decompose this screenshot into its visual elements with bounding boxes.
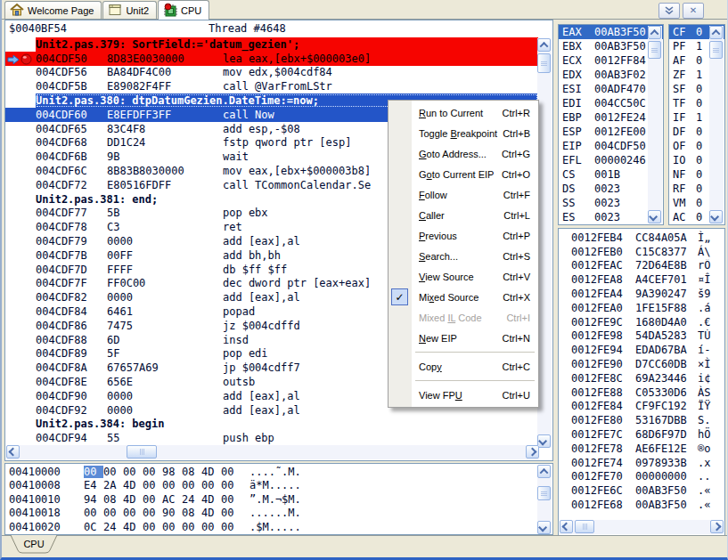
tab-welcome-page[interactable]: Welcome Page (4, 1, 102, 19)
memory-byte[interactable]: 00 (143, 466, 162, 478)
stack-row[interactable]: 0012FE88C05330D6ÀS (559, 386, 724, 400)
menu-item-goto-address[interactable]: Goto Address...Ctrl+G (389, 143, 538, 164)
memory-row[interactable]: 0041001094084D00AC244D00”.M.¬$M. (5, 492, 538, 507)
memory-vertical-scrollbar[interactable] (537, 465, 552, 534)
dock-toggle-button[interactable] (658, 3, 680, 19)
stack-row[interactable]: 0012FE8053167DBBS. (559, 413, 724, 427)
source-line-row[interactable]: Unit2.pas.379: SortField:='datum_gezien'… (5, 37, 538, 52)
memory-byte[interactable]: 00 (84, 466, 103, 478)
stack-row[interactable]: 0012FE90D7CC60DB×Ì (559, 357, 724, 371)
stack-row[interactable]: 0012FE94EDAD67BAí- (559, 343, 724, 357)
memory-byte[interactable]: 00 (221, 466, 241, 478)
memory-byte[interactable]: 00 (143, 521, 162, 533)
tab-unit2[interactable]: Unit2 (102, 1, 157, 19)
scroll-down-button[interactable] (709, 210, 723, 223)
memory-byte[interactable]: 00 (221, 507, 241, 519)
scroll-up-button[interactable] (537, 38, 551, 52)
memory-byte[interactable]: 00 (221, 479, 241, 491)
memory-byte[interactable]: 4D (123, 521, 143, 533)
stack-row[interactable]: 0012FE9854DA5283TÚ (559, 329, 724, 344)
scrollbar-thumb[interactable] (127, 445, 157, 459)
memory-byte[interactable]: 4D (123, 493, 143, 506)
instruction-row[interactable]: 004CDF5BE89082F4FFcall @VarFromLStr (5, 79, 538, 93)
source-line-row[interactable]: Unit2.pas.384: begin (5, 418, 538, 432)
memory-byte[interactable]: 98 (162, 466, 182, 478)
scrollbar-thumb[interactable] (709, 41, 723, 59)
memory-byte[interactable]: 24 (103, 521, 123, 533)
memory-byte[interactable]: 00 (221, 521, 241, 533)
stack-row[interactable]: 0012FEA49A390247š9 (559, 287, 724, 301)
menu-item-caller[interactable]: CallerCtrl+L (389, 205, 538, 225)
memory-byte[interactable]: 4D (201, 493, 221, 506)
scroll-up-button[interactable] (709, 26, 723, 39)
memory-row[interactable]: 004100180000000090084D00......M. (5, 507, 538, 521)
menu-item-previous[interactable]: PreviousCtrl+P (389, 225, 538, 246)
memory-byte[interactable]: 00 (84, 507, 103, 519)
instruction-row[interactable]: 004CDF56BA84DF4C00mov edx,$004cdf84 (5, 66, 538, 80)
menu-item-view-source[interactable]: View SourceCtrl+V (389, 266, 538, 287)
menu-item-mixed-source[interactable]: ✓Mixed SourceCtrl+X (389, 287, 538, 307)
stack-row[interactable]: 0012FEB0C15C8377Á\ (559, 245, 724, 259)
memory-byte[interactable]: 00 (143, 493, 162, 506)
memory-byte[interactable]: 0C (84, 521, 103, 533)
stack-horizontal-scrollbar[interactable] (560, 520, 724, 534)
scroll-left-button[interactable] (6, 445, 20, 459)
memory-byte[interactable]: 2A (103, 479, 123, 491)
disasm-horizontal-scrollbar[interactable] (6, 445, 539, 459)
instruction-row[interactable]: 004CDF9455push ebp (5, 431, 538, 445)
memory-byte[interactable]: 00 (123, 466, 143, 478)
scrollbar-thumb[interactable] (537, 53, 551, 73)
scrollbar-thumb[interactable] (648, 41, 661, 59)
scroll-up-button[interactable] (537, 465, 551, 478)
tab-cpu-bottom[interactable]: CPU (9, 535, 59, 555)
memory-byte[interactable]: 08 (103, 493, 123, 506)
stack-row[interactable]: 0012FE9C1680D4A0.€ (559, 315, 724, 329)
stack-row[interactable]: 0012FEA8A4CEF701¤Î (559, 272, 724, 287)
memory-byte[interactable]: E4 (84, 479, 103, 491)
scroll-right-button[interactable] (526, 445, 539, 459)
flags-vertical-scrollbar[interactable] (709, 26, 724, 223)
memory-byte[interactable]: 4D (123, 479, 143, 491)
memory-byte[interactable]: 00 (143, 479, 162, 491)
memory-row[interactable]: 004100000000000098084D00....˜.M. (5, 465, 538, 479)
scrollbar-thumb[interactable] (537, 486, 551, 500)
memory-byte[interactable]: AC (162, 493, 182, 506)
memory-byte[interactable]: 00 (123, 507, 143, 519)
menu-item-follow[interactable]: FollowCtrl+F (389, 184, 538, 205)
scrollbar-thumb[interactable] (575, 520, 594, 533)
menu-item-run-to-current[interactable]: Run to CurrentCtrl+R (389, 102, 538, 123)
stack-row[interactable]: 0012FE740978933B.x (559, 456, 724, 470)
instruction-row[interactable]: 004CDF508D83E0030000lea eax,[ebx+$000003… (5, 52, 538, 66)
memory-byte[interactable]: 90 (162, 507, 182, 519)
menu-item-copy[interactable]: CopyCtrl+C (389, 356, 538, 377)
memory-byte[interactable]: 00 (201, 521, 221, 533)
disasm-vertical-scrollbar[interactable] (537, 38, 552, 448)
stack-row[interactable]: 0012FEB4CC84A05AÌ„ (559, 231, 724, 245)
memory-byte[interactable]: 00 (162, 479, 182, 491)
close-button[interactable]: ✕ (683, 3, 704, 19)
memory-byte[interactable]: 94 (84, 493, 103, 506)
stack-row[interactable]: 0012FE8C69A23446i¢ (559, 371, 724, 386)
menu-item-toggle-breakpoint[interactable]: Toggle BreakpointCtrl+B (389, 123, 538, 143)
memory-byte[interactable]: 00 (143, 507, 162, 519)
stack-row[interactable]: 0012FE7C68D6F97DhÖ (559, 427, 724, 442)
scroll-right-button[interactable] (710, 520, 724, 533)
memory-byte[interactable]: 00 (182, 521, 201, 533)
memory-byte[interactable]: 08 (182, 466, 201, 478)
stack-row[interactable]: 0012FE7000000000.. (559, 470, 724, 484)
memory-byte[interactable]: 00 (221, 493, 241, 506)
scroll-down-button[interactable] (648, 210, 661, 223)
stack-row[interactable]: 0012FEAC72D64E8BrÖ (559, 259, 724, 273)
memory-byte[interactable]: 4D (201, 507, 221, 519)
memory-byte[interactable]: 00 (103, 507, 123, 519)
stack-row[interactable]: 0012FE78AE6FE12E®o (559, 442, 724, 456)
scroll-down-button[interactable] (537, 434, 551, 448)
memory-byte[interactable]: 00 (162, 521, 182, 533)
scroll-left-button[interactable] (560, 520, 573, 533)
tab-cpu[interactable]: CPU (158, 0, 209, 20)
memory-byte[interactable]: 08 (182, 507, 201, 519)
stack-row[interactable]: 0012FE6800AB3F50.« (559, 498, 724, 512)
scroll-down-button[interactable] (537, 521, 551, 534)
stack-row[interactable]: 0012FE84CF9FC192ÏŸ (559, 400, 724, 414)
menu-item-new-eip[interactable]: New EIPCtrl+N (389, 328, 538, 348)
